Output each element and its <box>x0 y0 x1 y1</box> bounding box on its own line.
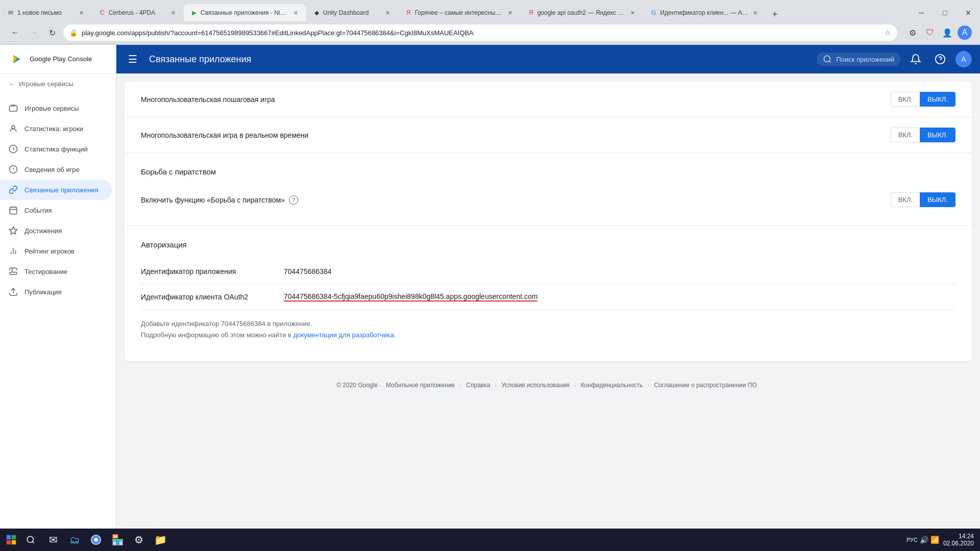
scrollable-content[interactable]: Многопользовательская пошаговая игра ВКЛ… <box>116 73 980 551</box>
notification-button[interactable] <box>906 50 925 68</box>
piracy-info-icon[interactable]: ? <box>289 195 298 205</box>
sidebar-item-linked-apps[interactable]: Связанные приложения <box>0 180 112 200</box>
multiplayer-realtime-toggle[interactable]: ВКЛ. ВЫКЛ. <box>891 128 955 142</box>
tab-cerberus[interactable]: C Cerberus - 4PDA ✕ <box>92 4 184 21</box>
tab-close-unity[interactable]: ✕ <box>385 10 390 16</box>
tab-close-linked[interactable]: ✕ <box>293 10 298 16</box>
piracy-feature-label: Включить функцию «Борьба с пиратством» <box>141 196 285 204</box>
tab-linked-apps[interactable]: ▶ Связанные приложения - Nim... ✕ <box>184 4 306 21</box>
game-services-icon <box>8 103 18 113</box>
multiplayer-realtime-label: Многопользовательская игра в реальном вр… <box>141 131 891 139</box>
adblock-icon[interactable]: 🛡 <box>923 26 937 40</box>
tab-google-api[interactable]: G Идентификатор клиен... — API ... ✕ <box>643 4 766 21</box>
tab-label-linked: Связанные приложения - Nim... <box>201 9 289 16</box>
sidebar-item-label-publish: Публикация <box>24 288 62 296</box>
page-title: Связанные приложения <box>149 54 808 65</box>
info-line1: Добавьте идентификатор 704475686384 в пр… <box>141 318 955 330</box>
user-avatar[interactable]: A <box>955 51 972 67</box>
footer-link-terms[interactable]: Условия использования <box>501 382 569 389</box>
piracy-toggle-off-btn[interactable]: ВЫКЛ. <box>920 192 955 207</box>
toggle-off-btn-turn[interactable]: ВЫКЛ. <box>920 92 955 107</box>
sidebar-item-achievements[interactable]: Достижения <box>0 220 112 241</box>
multiplayer-turn-row: Многопользовательская пошаговая игра ВКЛ… <box>125 82 972 117</box>
oauth2-value: 704475686384-5cfjqia9faepu60p9ishei898k0… <box>284 292 537 302</box>
sidebar-item-game-info[interactable]: Сведения об игре <box>0 159 112 180</box>
taskbar-right: РУС 🔊 📶 14:24 02.06.2020 <box>900 533 980 547</box>
tab-yandex2[interactable]: Я google api oauth2 — Яндекс н... ✕ <box>521 4 643 21</box>
close-window-button[interactable]: ✕ <box>957 4 980 21</box>
sidebar-item-game-services[interactable]: Игровые сервисы <box>0 98 112 118</box>
toggle-on-btn-rt[interactable]: ВКЛ. <box>891 128 920 142</box>
address-field[interactable]: 🔒 play.google.com/apps/publish/?account=… <box>63 24 897 41</box>
piracy-toggle-on-btn[interactable]: ВКЛ. <box>891 192 920 207</box>
taskbar-icon-mail[interactable]: ✉ <box>43 529 63 551</box>
search-button[interactable]: Поиск приложений <box>817 53 900 66</box>
footer-link-mobile[interactable]: Мобильное приложение <box>386 382 455 389</box>
info-text-prefix: Подробную информацию об этом можно найти… <box>141 331 293 339</box>
help-button[interactable] <box>931 50 949 68</box>
info-line2: Подробную информацию об этом можно найти… <box>141 330 955 341</box>
taskbar-search-button[interactable] <box>22 532 39 548</box>
footer-link-privacy[interactable]: Конфиденциальность <box>581 382 643 389</box>
user-icon[interactable]: 👤 <box>940 26 954 40</box>
tab-mail[interactable]: ✉ 1 новое письмо ✕ <box>0 4 92 21</box>
tab-close-mail[interactable]: ✕ <box>79 10 84 16</box>
maximize-button[interactable]: □ <box>933 4 957 21</box>
sidebar-item-publish[interactable]: Публикация <box>0 282 112 302</box>
taskbar-items: ✉ 🗂 🏪 ⚙ 📁 <box>39 529 175 551</box>
content-card: Многопользовательская пошаговая игра ВКЛ… <box>125 82 972 361</box>
oauth2-label: Идентификатор клиента OAuth2 <box>141 293 284 301</box>
tab-label-gapi: Идентификатор клиен... — API ... <box>660 9 749 16</box>
bookmark-star-icon[interactable]: ☆ <box>885 29 891 37</box>
taskbar-lang-indicator[interactable]: РУС <box>906 537 918 543</box>
sidebar-item-stats-players[interactable]: Статистика: игроки <box>0 118 112 139</box>
multiplayer-turn-label: Многопользовательская пошаговая игра <box>141 95 891 104</box>
forward-nav-button[interactable]: → <box>27 26 41 40</box>
minimize-button[interactable]: ─ <box>910 4 933 21</box>
oauth2-value-container: 704475686384-5cfjqia9faepu60p9ishei898k0… <box>284 292 537 302</box>
back-to-game-services[interactable]: ← Игровые сервисы <box>0 74 116 94</box>
multiplayer-turn-toggle[interactable]: ВКЛ. ВЫКЛ. <box>891 92 955 107</box>
sidebar-item-label-game-services: Игровые сервисы <box>24 105 79 112</box>
sidebar-item-events[interactable]: События <box>0 200 112 220</box>
back-nav-button[interactable]: ← <box>8 26 22 40</box>
taskbar-icon-browser[interactable] <box>86 529 106 551</box>
sidebar-logo-text: Google Play Console <box>30 55 92 64</box>
taskbar-icon-explorer[interactable]: 🗂 <box>64 529 85 551</box>
taskbar-icon-settings[interactable]: ⚙ <box>129 529 149 551</box>
footer-link-distribution[interactable]: Соглашение о распространении ПО <box>654 382 756 389</box>
tab-close-cerberus[interactable]: ✕ <box>171 10 176 16</box>
toggle-on-btn-turn[interactable]: ВКЛ. <box>891 92 920 107</box>
taskbar-clock[interactable]: 14:24 02.06.2020 <box>943 533 974 547</box>
profile-avatar[interactable]: A <box>958 26 972 40</box>
start-button[interactable] <box>0 529 22 551</box>
taskbar-time: 14:24 <box>943 533 974 540</box>
sidebar-item-testing[interactable]: Тестирование <box>0 261 112 282</box>
back-label: Игровые сервисы <box>19 80 74 88</box>
leaderboards-icon <box>8 246 18 256</box>
taskbar-icon-store[interactable]: 🏪 <box>107 529 128 551</box>
sidebar-item-label-stats-players: Статистика: игроки <box>24 125 83 133</box>
new-tab-button[interactable]: + <box>768 7 782 21</box>
sidebar-item-stats-features[interactable]: Статистика функций <box>0 139 112 159</box>
hamburger-menu[interactable]: ☰ <box>125 51 141 67</box>
extensions-icon[interactable]: ⚙ <box>905 26 920 40</box>
tab-close-yandex2[interactable]: ✕ <box>630 10 635 16</box>
sidebar-item-leaderboards[interactable]: Рейтинг игроков <box>0 241 112 261</box>
taskbar-network-icon[interactable]: 📶 <box>930 536 939 544</box>
tab-yandex1[interactable]: Я Горячее – самые интересные... ✕ <box>398 4 521 21</box>
dev-docs-link[interactable]: документации для разработчика <box>293 331 394 339</box>
footer-link-help[interactable]: Справка <box>466 382 490 389</box>
taskbar-icon-files[interactable]: 📁 <box>150 529 170 551</box>
toggle-off-btn-rt[interactable]: ВЫКЛ. <box>920 128 955 142</box>
notification-icon <box>910 54 921 65</box>
tab-close-yandex1[interactable]: ✕ <box>508 10 512 16</box>
piracy-toggle[interactable]: ВКЛ. ВЫКЛ. <box>891 192 955 207</box>
search-label: Поиск приложений <box>836 56 894 63</box>
tab-unity[interactable]: ◆ Unity Dashboard ✕ <box>306 4 398 21</box>
stats-players-icon <box>8 123 18 134</box>
taskbar-volume-icon[interactable]: 🔊 <box>920 536 928 544</box>
reload-button[interactable]: ↻ <box>45 26 59 40</box>
tab-close-gapi[interactable]: ✕ <box>753 10 757 16</box>
sidebar-item-label-testing: Тестирование <box>24 268 67 276</box>
